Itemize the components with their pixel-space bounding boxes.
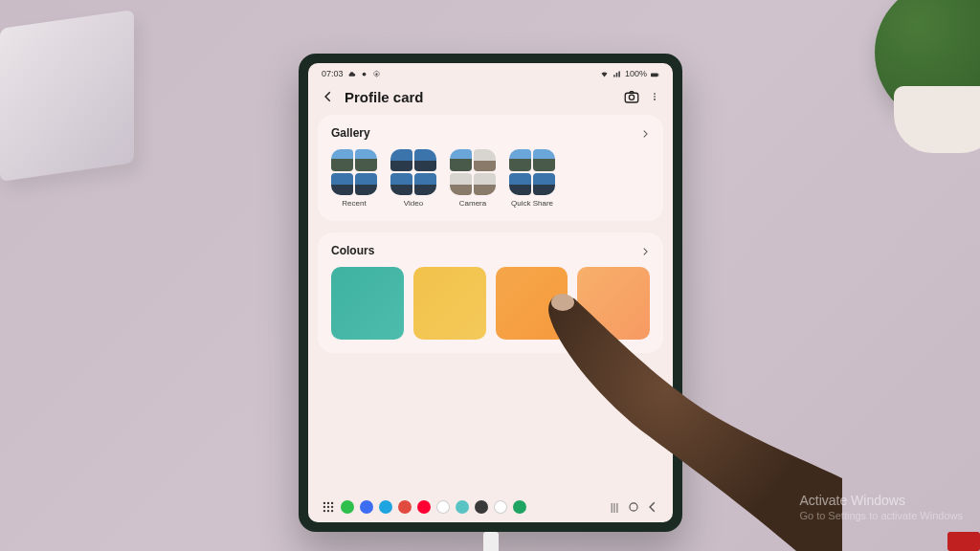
taskbar: ||| bbox=[308, 497, 673, 517]
nav-back-button[interactable] bbox=[646, 500, 659, 514]
colour-swatch-orange[interactable] bbox=[496, 267, 568, 340]
svg-point-12 bbox=[323, 506, 325, 508]
svg-point-9 bbox=[323, 502, 325, 504]
svg-point-17 bbox=[331, 510, 333, 512]
colour-swatch-peach[interactable] bbox=[577, 267, 650, 340]
chevron-right-icon bbox=[640, 246, 650, 255]
svg-point-8 bbox=[654, 99, 656, 100]
album-label: Camera bbox=[459, 199, 486, 208]
signal-icon bbox=[612, 70, 621, 78]
album-label: Recent bbox=[342, 199, 366, 208]
svg-point-5 bbox=[629, 95, 634, 99]
chevron-right-icon bbox=[640, 128, 650, 138]
colours-title: Colours bbox=[331, 244, 374, 257]
svg-rect-2 bbox=[651, 73, 658, 77]
colours-header[interactable]: Colours bbox=[331, 244, 650, 257]
status-time: 07:03 bbox=[322, 69, 344, 78]
desk-prop-prism bbox=[0, 10, 134, 182]
battery-icon bbox=[651, 70, 659, 78]
album-quickshare[interactable]: Quick Share bbox=[509, 149, 555, 208]
nav-recents-button[interactable]: ||| bbox=[608, 500, 621, 514]
taskbar-app-messages[interactable] bbox=[360, 500, 373, 514]
svg-point-15 bbox=[323, 510, 325, 512]
battery-text: 100% bbox=[625, 69, 647, 78]
nav-home-button[interactable] bbox=[627, 500, 640, 514]
taskbar-app-youtube[interactable] bbox=[417, 500, 431, 514]
cloud-icon bbox=[347, 70, 356, 78]
svg-point-1 bbox=[375, 73, 377, 75]
svg-point-0 bbox=[362, 72, 366, 76]
gallery-title: Gallery bbox=[331, 126, 370, 140]
svg-point-13 bbox=[327, 506, 329, 508]
usb-cable bbox=[483, 532, 499, 551]
album-camera[interactable]: Camera bbox=[450, 149, 496, 208]
notif-icon bbox=[360, 70, 368, 78]
taskbar-app-sheets[interactable] bbox=[513, 500, 526, 514]
screen: 07:03 100% bbox=[308, 63, 673, 522]
watermark-line1: Activate Windows bbox=[799, 492, 963, 509]
more-button[interactable] bbox=[650, 88, 659, 105]
gallery-album-row: Recent Video Camera Quick Share bbox=[331, 149, 650, 208]
svg-point-18 bbox=[630, 503, 637, 511]
gallery-header[interactable]: Gallery bbox=[331, 126, 650, 140]
page-header: Profile card bbox=[308, 82, 673, 115]
svg-point-10 bbox=[327, 502, 329, 504]
taskbar-app-settings[interactable] bbox=[475, 500, 488, 514]
wifi-icon bbox=[600, 70, 609, 78]
taskbar-app-google[interactable] bbox=[494, 500, 507, 514]
watermark-line2: Go to Settings to activate Windows bbox=[799, 509, 963, 522]
gallery-card: Gallery Recent Video Camera bbox=[318, 115, 663, 221]
gear-icon bbox=[372, 70, 381, 78]
status-bar: 07:03 100% bbox=[308, 63, 673, 82]
album-label: Video bbox=[404, 199, 423, 208]
apps-grid-button[interactable] bbox=[322, 500, 335, 514]
corner-logo bbox=[947, 532, 980, 551]
taskbar-app-bixby[interactable] bbox=[456, 500, 469, 514]
colour-swatch-yellow[interactable] bbox=[413, 267, 486, 340]
svg-point-7 bbox=[654, 96, 656, 98]
colour-swatch-teal[interactable] bbox=[331, 267, 404, 340]
svg-rect-3 bbox=[658, 74, 659, 76]
album-label: Quick Share bbox=[511, 199, 553, 208]
desk-prop-plant bbox=[875, 0, 980, 124]
svg-point-11 bbox=[331, 502, 333, 504]
taskbar-app-flipboard[interactable] bbox=[398, 500, 412, 514]
taskbar-app-playstore[interactable] bbox=[436, 500, 450, 514]
album-video[interactable]: Video bbox=[390, 149, 436, 208]
colours-card: Colours bbox=[318, 232, 663, 353]
taskbar-app-skype[interactable] bbox=[379, 500, 392, 514]
svg-point-6 bbox=[654, 93, 656, 95]
camera-button[interactable] bbox=[623, 88, 640, 105]
taskbar-app-phone[interactable] bbox=[341, 500, 354, 514]
svg-point-16 bbox=[327, 510, 329, 512]
tablet-frame: 07:03 100% bbox=[299, 54, 682, 532]
windows-watermark: Activate Windows Go to Settings to activ… bbox=[799, 492, 963, 522]
back-button[interactable] bbox=[322, 90, 335, 103]
svg-point-14 bbox=[331, 506, 333, 508]
page-title: Profile card bbox=[345, 89, 613, 105]
album-recent[interactable]: Recent bbox=[331, 149, 377, 208]
colour-swatch-row bbox=[331, 267, 650, 340]
